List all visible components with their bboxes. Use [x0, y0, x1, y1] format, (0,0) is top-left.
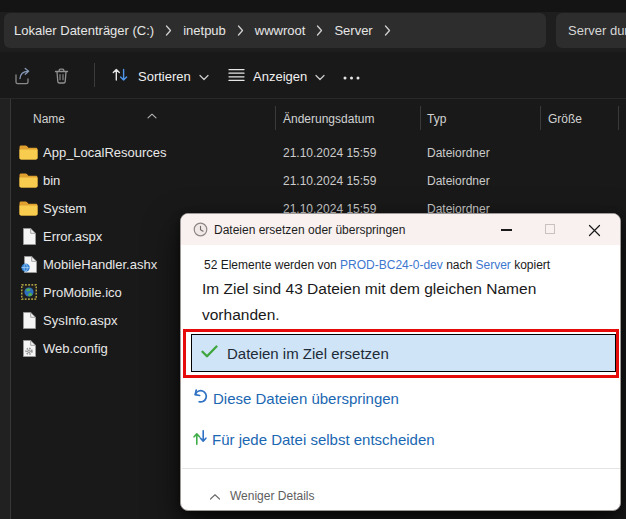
trash-icon: [52, 66, 71, 89]
file-icon: [19, 311, 38, 329]
explorer-window: Lokaler Datenträger (C:) inetpub wwwroot…: [0, 0, 626, 519]
column-separator[interactable]: [618, 106, 619, 130]
breadcrumb-item-drive[interactable]: Lokaler Datenträger (C:): [14, 23, 154, 38]
replace-skip-dialog: Dateien ersetzen oder überspringen 52 El…: [180, 213, 621, 511]
less-details-toggle[interactable]: Weniger Details: [209, 487, 314, 505]
folder-icon: [19, 171, 38, 189]
share-button[interactable]: [13, 62, 34, 92]
breadcrumb[interactable]: Lokaler Datenträger (C:) inetpub wwwroot…: [4, 13, 546, 48]
more-options-button[interactable]: [338, 61, 364, 91]
more-dots-icon: [342, 69, 361, 84]
file-name: MobileHandler.ashx: [43, 257, 157, 272]
column-separator[interactable]: [420, 106, 421, 130]
copy-clock-icon: [193, 222, 208, 241]
window-top-strip: [0, 0, 626, 12]
sort-label: Sortieren: [138, 69, 191, 84]
less-details-label: Weniger Details: [230, 489, 314, 503]
dialog-title: Dateien ersetzen oder überspringen: [214, 223, 405, 237]
chevron-right-icon: [237, 25, 244, 36]
replace-files-label: Dateien im Ziel ersetzen: [227, 345, 389, 362]
nav-pane-edge: [0, 99, 10, 519]
column-separator[interactable]: [540, 106, 541, 130]
decide-per-file-option[interactable]: Für jede Datei selbst entscheiden: [192, 426, 435, 452]
file-icon: [19, 227, 38, 245]
chevron-right-icon: [384, 25, 391, 36]
file-name: App_LocalResources: [43, 145, 167, 160]
decide-icon: [192, 429, 208, 450]
chevron-right-icon: [316, 25, 323, 36]
sort-button[interactable]: Sortieren: [110, 61, 209, 91]
copy-status-suffix: kopiert: [511, 258, 550, 272]
chevron-down-icon: [199, 69, 209, 84]
skip-icon: [192, 388, 209, 409]
copy-status-middle: nach: [443, 258, 476, 272]
skip-files-option[interactable]: Diese Dateien überspringen: [192, 385, 399, 411]
file-name: ProMobile.ico: [43, 285, 122, 300]
column-header-modified[interactable]: Änderungsdatum: [283, 112, 374, 126]
file-name: Error.aspx: [43, 229, 102, 244]
check-icon: [201, 344, 218, 362]
file-row-app-localresources[interactable]: App_LocalResources 21.10.2024 15:59 Date…: [11, 138, 626, 166]
chevron-up-icon: [209, 487, 221, 505]
view-label: Anzeigen: [253, 69, 307, 84]
close-icon[interactable]: [588, 223, 601, 236]
conflict-message: Im Ziel sind 43 Dateien mit dem gleichen…: [202, 276, 567, 328]
file-modified: 21.10.2024 15:59: [283, 146, 376, 160]
folder-icon: [19, 199, 38, 217]
chevron-down-icon: [315, 69, 325, 84]
file-name: SysInfo.aspx: [43, 313, 117, 328]
sort-arrows-icon: [110, 66, 130, 86]
breadcrumb-item-wwwroot[interactable]: wwwroot: [255, 23, 306, 38]
skip-files-label: Diese Dateien überspringen: [213, 390, 399, 407]
file-type: Dateiordner: [427, 146, 490, 160]
decide-per-file-label: Für jede Datei selbst entscheiden: [212, 431, 435, 448]
view-button[interactable]: Anzeigen: [228, 61, 325, 91]
file-modified: 21.10.2024 15:59: [283, 174, 376, 188]
column-header-name[interactable]: Name: [33, 112, 65, 126]
column-header-type[interactable]: Typ: [427, 112, 446, 126]
file-row-bin[interactable]: bin 21.10.2024 15:59 Dateiordner: [11, 166, 626, 194]
dialog-titlebar[interactable]: Dateien ersetzen oder überspringen: [181, 214, 620, 245]
copy-source-link[interactable]: PROD-BC24-0-dev: [340, 258, 443, 272]
maximize-button[interactable]: [545, 224, 555, 234]
folder-icon: [19, 143, 38, 161]
breadcrumb-item-server[interactable]: Server: [334, 23, 372, 38]
search-value: Server dur: [568, 23, 626, 38]
file-name: System: [43, 201, 86, 216]
minimize-button[interactable]: [501, 229, 512, 231]
view-lines-icon: [228, 68, 245, 85]
file-type: Dateiordner: [427, 174, 490, 188]
copy-target-link[interactable]: Server: [476, 258, 511, 272]
copy-status-line: 52 Elemente werden von PROD-BC24-0-dev n…: [204, 258, 550, 272]
file-gear-icon: [19, 339, 38, 357]
breadcrumb-item-inetpub[interactable]: inetpub: [183, 23, 226, 38]
toolbar-divider: [94, 63, 95, 87]
file-globe-icon: [19, 255, 38, 273]
file-name: Web.config: [43, 341, 108, 356]
column-separator[interactable]: [275, 106, 276, 130]
copy-status-prefix: 52 Elemente werden von: [204, 258, 340, 272]
dialog-footer-separator: [182, 468, 621, 469]
sort-ascending-caret-icon: [147, 105, 157, 123]
replace-files-option[interactable]: Dateien im Ziel ersetzen: [191, 334, 616, 372]
column-header-size[interactable]: Größe: [548, 112, 582, 126]
chevron-right-icon: [165, 25, 172, 36]
delete-button[interactable]: [52, 62, 71, 92]
file-name: bin: [43, 173, 60, 188]
ico-file-icon: [19, 283, 38, 301]
share-icon: [13, 66, 34, 89]
toolbar-separator: [0, 98, 626, 99]
search-input[interactable]: Server dur: [556, 13, 626, 48]
